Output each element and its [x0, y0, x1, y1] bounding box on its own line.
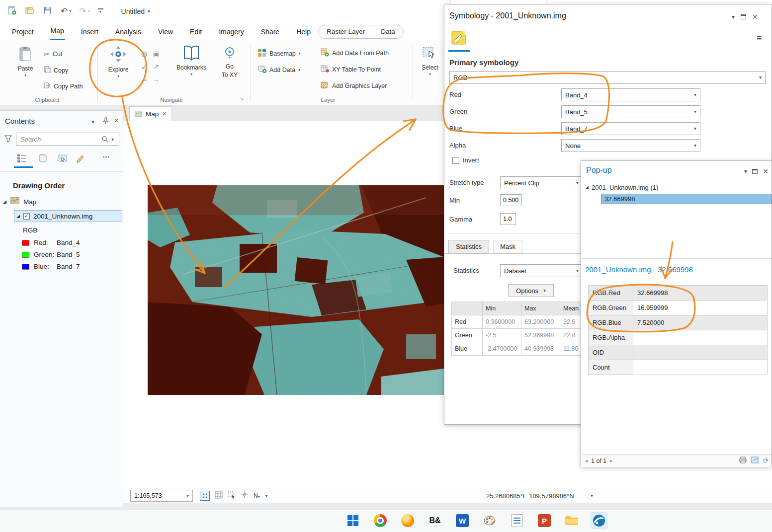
stretch-type-dropdown-icon[interactable]: ▾: [576, 180, 579, 185]
legend-band-red[interactable]: Red:Band_4: [22, 239, 80, 246]
list-by-drawing-order-icon[interactable]: [17, 153, 27, 165]
previous-extent-icon[interactable]: ←: [140, 75, 148, 84]
red-channel-combobox[interactable]: Band_4▾: [561, 88, 700, 101]
tab-statistics[interactable]: Statistics: [448, 240, 489, 253]
basemap-button[interactable]: Basemap▾: [257, 48, 301, 59]
add-graphics-layer-button[interactable]: Add Graphics Layer: [321, 81, 387, 91]
next-record-icon[interactable]: ▸: [610, 458, 612, 463]
map-node-label[interactable]: Map: [23, 198, 36, 206]
pin-icon[interactable]: [102, 117, 109, 126]
table-row[interactable]: OID: [589, 345, 768, 360]
undo-dropdown-icon[interactable]: ▾: [69, 9, 71, 13]
statistics-source-dropdown-icon[interactable]: ▾: [576, 268, 579, 273]
grid-icon[interactable]: [215, 491, 223, 501]
previous-record-icon[interactable]: ◂: [585, 458, 588, 463]
notes-icon[interactable]: [509, 512, 525, 529]
select-button[interactable]: Select ▾: [418, 45, 442, 76]
chrome-icon[interactable]: [372, 512, 389, 529]
options-button[interactable]: Options▾: [508, 284, 554, 297]
copy-path-button[interactable]: Copy Path: [44, 82, 83, 90]
blue-channel-combobox[interactable]: Band_7▾: [561, 122, 700, 135]
add-data-from-path-button[interactable]: Add Data From Path: [321, 48, 389, 58]
ribbon-tab-map[interactable]: Map: [50, 23, 65, 40]
statistics-source-combobox[interactable]: Dataset▾: [500, 264, 583, 277]
green-channel-dropdown-icon[interactable]: ▾: [694, 109, 696, 114]
blue-channel-dropdown-icon[interactable]: ▾: [694, 126, 696, 131]
basemap-dropdown-icon[interactable]: ▾: [299, 52, 301, 56]
symbology-float-pane-icon[interactable]: [741, 14, 746, 19]
ribbon-tab-view[interactable]: View: [157, 24, 174, 40]
explore-dropdown-icon[interactable]: ▾: [117, 75, 119, 78]
table-row[interactable]: Blue -2.4700000 40.939998 11.80: [452, 342, 599, 356]
invert-checkbox[interactable]: [452, 157, 459, 164]
select-tool-icon[interactable]: [228, 491, 236, 501]
map-tab-label[interactable]: Map: [146, 110, 159, 118]
bookmarks-button[interactable]: Bookmarks ▾: [175, 45, 208, 76]
symbology-collapse-icon[interactable]: ▾: [732, 14, 735, 20]
contents-collapse-icon[interactable]: ▾: [91, 119, 94, 125]
alpha-channel-combobox[interactable]: None▾: [561, 139, 700, 152]
xy-table-to-point-button[interactable]: XY Table To Point: [321, 65, 381, 75]
customize-quick-access-icon[interactable]: ▾: [98, 8, 103, 14]
crosshair-icon[interactable]: [241, 491, 249, 501]
min-input[interactable]: [500, 194, 522, 206]
paint-icon[interactable]: [481, 512, 498, 529]
snapping-toggle-icon[interactable]: [200, 491, 210, 501]
tab-mask[interactable]: Mask: [493, 240, 522, 253]
explore-button[interactable]: Explore ▾: [104, 45, 132, 78]
ribbon-tab-edit[interactable]: Edit: [189, 24, 203, 40]
list-by-selection-icon[interactable]: [58, 153, 68, 165]
popup-collapse-icon[interactable]: ▾: [744, 168, 747, 174]
ribbon-tab-imagery[interactable]: Imagery: [218, 24, 245, 40]
zoom-to-feature-icon[interactable]: [751, 456, 759, 465]
renderer-dropdown-icon[interactable]: ▾: [759, 75, 762, 80]
search-dropdown-icon[interactable]: ▾: [111, 137, 114, 142]
renderer-tree-node[interactable]: RGB: [23, 227, 37, 234]
map-scale-combobox[interactable]: 1:165,573▾: [130, 490, 193, 502]
project-title-dropdown-icon[interactable]: ▾: [148, 9, 150, 14]
ribbon-tab-analysis[interactable]: Analysis: [114, 24, 142, 40]
overflow-menu-icon[interactable]: ⋯: [102, 152, 110, 161]
word-icon[interactable]: W: [454, 512, 471, 529]
layer-node-expander-icon[interactable]: ◢: [16, 214, 20, 219]
ribbon-tab-share[interactable]: Share: [260, 24, 280, 40]
cut-button[interactable]: ✂Cut: [44, 50, 62, 58]
table-row[interactable]: Red 0.3600000 63.200000 32.6: [452, 315, 599, 329]
table-row[interactable]: RGB.Green16.959999: [589, 301, 768, 315]
new-project-icon[interactable]: [7, 5, 17, 17]
popup-tree-selected-row[interactable]: 32.669998: [601, 194, 772, 204]
redo-dropdown-icon[interactable]: ▾: [88, 9, 90, 13]
symbology-renderer-tab-icon[interactable]: [450, 29, 467, 49]
fixed-zoom-out-icon[interactable]: ↙: [141, 63, 147, 71]
stretch-type-combobox[interactable]: Percent Clip▾: [500, 176, 583, 189]
north-arrow-icon[interactable]: N▸: [254, 492, 260, 499]
list-by-editing-icon[interactable]: [76, 153, 86, 165]
powerpoint-icon[interactable]: P: [536, 512, 553, 529]
popup-tree-parent[interactable]: ◢ 2001_Unknown.img (1): [585, 184, 658, 191]
gamma-input[interactable]: [500, 213, 516, 225]
map-tree-node[interactable]: ◢ Map: [3, 197, 36, 206]
table-row[interactable]: Green -2.5 52.369998 22.8: [452, 329, 599, 342]
save-project-icon[interactable]: [43, 5, 53, 17]
paste-dropdown-icon[interactable]: ▾: [24, 74, 26, 77]
layer-visibility-checkbox[interactable]: ✓: [23, 213, 30, 220]
navigate-dialog-launcher-icon[interactable]: ↘: [240, 96, 244, 101]
list-by-data-source-icon[interactable]: [38, 153, 48, 165]
table-row[interactable]: Count: [589, 360, 768, 375]
popup-close-icon[interactable]: ✕: [763, 168, 769, 175]
firefox-icon[interactable]: [399, 512, 416, 529]
map-view-tab[interactable]: Map ✕: [129, 106, 172, 121]
symbology-close-icon[interactable]: ✕: [752, 13, 758, 20]
popup-tree-expander-icon[interactable]: ◢: [585, 185, 589, 190]
redo-icon[interactable]: ↷: [79, 7, 86, 15]
zoom-to-selection-icon[interactable]: ▣: [153, 50, 159, 58]
refresh-icon[interactable]: ⟳: [763, 457, 769, 464]
start-button-icon[interactable]: [344, 512, 361, 529]
search-icon[interactable]: [101, 136, 108, 145]
table-row[interactable]: RGB.Red32.669998: [589, 286, 768, 301]
ribbon-tab-help[interactable]: Help: [295, 24, 312, 40]
paste-button[interactable]: Paste ▾: [14, 46, 37, 77]
project-title[interactable]: Untitled ▾: [121, 7, 151, 15]
arcgis-pro-icon[interactable]: [591, 512, 607, 529]
options-dropdown-icon[interactable]: ▾: [543, 288, 546, 293]
